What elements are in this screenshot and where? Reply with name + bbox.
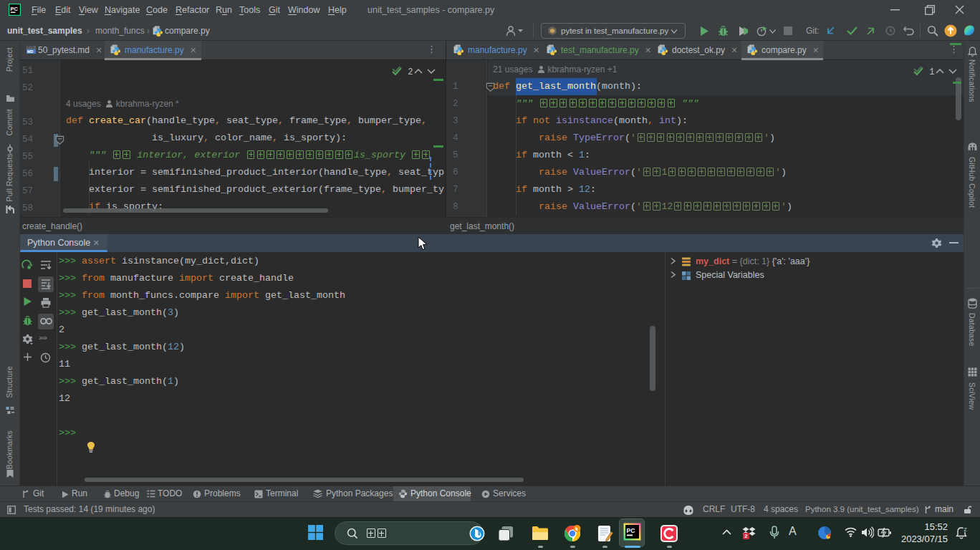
svg-text:PC: PC [627, 527, 635, 534]
svg-text:k: k [575, 526, 578, 531]
svg-text:MD: MD [27, 49, 33, 54]
svg-text:2: 2 [744, 533, 747, 539]
svg-text:Z: Z [964, 527, 967, 532]
svg-text:PC: PC [11, 6, 19, 12]
